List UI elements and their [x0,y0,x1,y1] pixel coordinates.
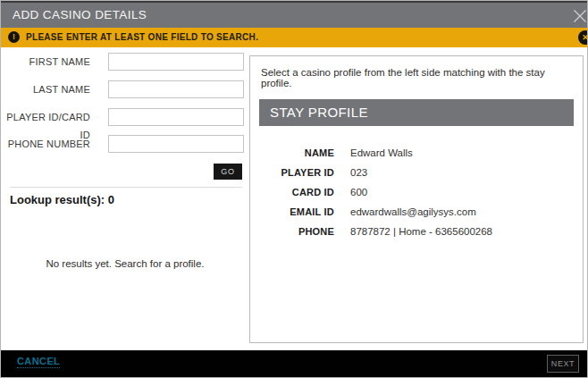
profile-row-card-id: CARD ID 600 [250,182,583,202]
player-id-value: 023 [350,163,367,182]
no-results-message: No results yet. Search for a profile. [1,258,249,269]
card-id-label: CARD ID [250,182,334,202]
stay-profile-panel: Select a casino profile from the left si… [249,55,584,343]
close-icon[interactable] [572,8,588,24]
alert-close-icon[interactable]: ✕ [578,30,587,45]
card-id-value: 600 [350,182,367,202]
lookup-results-count: Lookup result(s): 0 [10,193,114,206]
email-id-label: EMAIL ID [250,202,334,222]
first-name-label: FIRST NAME [1,53,90,71]
search-results-divider [10,187,242,188]
last-name-label: LAST NAME [1,80,90,98]
profile-row-player-id: PLAYER ID 023 [250,163,583,182]
go-button[interactable]: GO [214,164,242,180]
name-value: Edward Walls [350,143,413,163]
email-id-value: edwardwalls@agilysys.com [350,202,476,222]
phone-label: PHONE [250,222,334,241]
player-id-label: PLAYER ID [250,163,334,182]
profile-instruction: Select a casino profile from the left si… [261,67,572,88]
player-card-id-label: PLAYER ID/CARD ID [1,108,90,126]
player-card-id-input[interactable] [108,108,244,126]
phone-value: 8787872 | Home - 6365600268 [350,222,492,241]
stay-profile-header: STAY PROFILE [259,99,574,126]
next-button[interactable]: NEXT [547,355,579,373]
name-label: NAME [250,143,334,163]
dialog-titlebar: ADD CASINO DETAILS [1,1,587,28]
add-casino-details-dialog: ADD CASINO DETAILS ! PLEASE ENTER AT LEA… [0,0,588,378]
alert-icon: ! [8,31,20,43]
cancel-link[interactable]: CANCEL [17,356,60,368]
profile-row-name: NAME Edward Walls [250,143,583,163]
first-name-input[interactable] [108,53,244,71]
profile-row-email-id: EMAIL ID edwardwalls@agilysys.com [250,202,583,222]
dialog-footer: CANCEL NEXT [1,350,587,377]
phone-number-input[interactable] [108,135,244,153]
phone-number-label: PHONE NUMBER [1,135,90,153]
validation-alert-bar: ! PLEASE ENTER AT LEAST ONE FIELD TO SEA… [1,28,587,47]
stay-profile-rows: NAME Edward Walls PLAYER ID 023 CARD ID … [250,143,583,241]
last-name-input[interactable] [108,80,244,98]
dialog-title: ADD CASINO DETAILS [13,3,147,28]
alert-message: PLEASE ENTER AT LEAST ONE FIELD TO SEARC… [26,28,258,47]
profile-row-phone: PHONE 8787872 | Home - 6365600268 [250,222,583,241]
